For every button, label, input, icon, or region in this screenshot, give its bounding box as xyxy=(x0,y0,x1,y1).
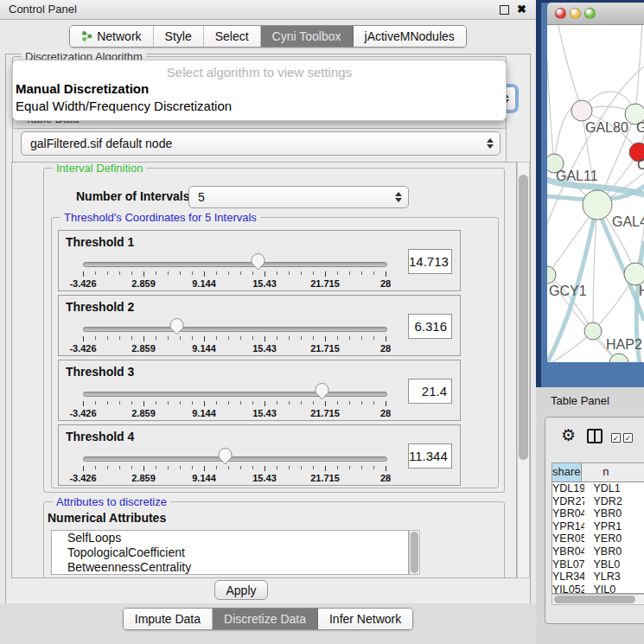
slider-tick xyxy=(131,466,132,469)
slider-tick xyxy=(204,466,205,471)
network-node-hap2[interactable] xyxy=(584,322,602,340)
columns-icon[interactable] xyxy=(587,429,603,443)
slider-track[interactable] xyxy=(83,327,387,332)
scrollbar-thumb[interactable] xyxy=(519,175,528,460)
slider-track[interactable] xyxy=(83,262,387,267)
slider-thumb[interactable] xyxy=(218,448,233,465)
threshold-value-field[interactable]: 21.4 xyxy=(408,379,452,404)
slider-track[interactable] xyxy=(83,392,387,397)
settings-scrollbar[interactable] xyxy=(517,162,530,578)
scrollbar-thumb[interactable] xyxy=(554,596,635,603)
table-row[interactable]: YBL079WYBL0 xyxy=(552,558,644,571)
slider-tick xyxy=(119,401,120,405)
column-header-shared-name[interactable]: shared… xyxy=(552,463,582,481)
table-row[interactable]: YBR043CYBR0 xyxy=(552,507,644,520)
numerical-attributes-list[interactable]: SelfLoopsTopologicalCoefficientBetweenne… xyxy=(51,530,409,575)
slider-thumb[interactable] xyxy=(169,318,184,335)
slider-tick xyxy=(228,401,229,405)
table-row[interactable]: YBR045CYBR0 xyxy=(552,545,644,558)
network-edge[interactable] xyxy=(635,25,642,114)
slider-tick xyxy=(277,336,277,340)
tab-label: Style xyxy=(165,29,192,43)
table-row[interactable]: YLR345WYLR3 xyxy=(552,571,644,583)
threshold-value-field[interactable]: 6.316 xyxy=(408,314,452,339)
float-window-icon[interactable] xyxy=(500,5,509,15)
attributes-scrollbar[interactable] xyxy=(409,530,420,575)
slider-tick xyxy=(373,271,374,275)
threshold-panel-3: Threshold 3-3.4262.8599.14415.4321.71528… xyxy=(58,360,461,421)
slider-tick xyxy=(301,401,302,405)
slider-tick xyxy=(83,271,84,277)
close-traffic-light-icon[interactable] xyxy=(555,8,566,19)
table-data-selected-value: galFiltered.sif default node xyxy=(30,137,172,150)
table-row[interactable]: YDR27…YDR2 xyxy=(552,495,644,508)
attribute-list-item[interactable]: SelfLoops xyxy=(52,531,408,545)
network-node-gal80[interactable] xyxy=(571,100,592,121)
tab-jactivemnodules[interactable]: jActiveMNodules xyxy=(354,26,466,47)
slider-tick xyxy=(216,336,217,340)
slider-tick xyxy=(156,271,156,275)
slider-tick xyxy=(337,336,338,340)
minimize-traffic-light-icon[interactable] xyxy=(570,8,581,19)
network-canvas[interactable]: GAL80GCGAL11GAL4GCY1HHAP2 xyxy=(547,25,644,362)
cell-shared-name: YLR345W xyxy=(552,571,584,583)
tab-label: Select xyxy=(215,29,249,43)
tab-discretize-data[interactable]: Discretize Data xyxy=(213,609,318,629)
slider-tick xyxy=(252,336,253,340)
threshold-value-field[interactable]: 14.713 xyxy=(408,249,452,274)
table-data-group: Table Data galFiltered.sif default node xyxy=(12,118,507,164)
network-edge[interactable] xyxy=(547,60,554,163)
slider-tick xyxy=(131,336,132,340)
tab-infer-network[interactable]: Infer Network xyxy=(318,609,412,629)
slider-tick xyxy=(156,466,156,469)
checkbox-icon[interactable]: ✓ xyxy=(611,433,621,443)
thresholds-group: Threshold's Coordinates for 5 Intervals … xyxy=(51,217,499,488)
gear-icon[interactable]: ⚙ xyxy=(561,426,576,445)
tab-cyni-toolbox[interactable]: Cyni Toolbox xyxy=(261,26,354,47)
network-node-h[interactable] xyxy=(624,263,644,285)
tick-label: 2.859 xyxy=(131,473,156,483)
slider-tick xyxy=(373,401,374,405)
number-of-intervals-combobox[interactable]: 5 xyxy=(188,186,409,208)
node-label: HAP2 xyxy=(606,337,642,352)
network-node-gal4[interactable] xyxy=(583,190,612,220)
slider-tick xyxy=(313,336,314,340)
slider-tick xyxy=(313,271,314,275)
control-panel-titlebar: Control Panel ✖ xyxy=(0,0,536,20)
network-window-titlebar[interactable] xyxy=(547,3,644,25)
column-header-name[interactable]: n xyxy=(582,463,644,481)
dropdown-item-manual-discretization[interactable]: Manual Discretization xyxy=(13,80,506,98)
checkbox-icon[interactable]: ✓ xyxy=(623,433,633,443)
attribute-list-item[interactable]: BetweennessCentrality xyxy=(52,560,408,575)
tick-label: 28 xyxy=(380,278,391,289)
dropdown-item-equal-width-frequency-discretization[interactable]: Equal Width/Frequency Discretization xyxy=(13,98,506,115)
group-title: Attributes to discretize xyxy=(53,495,170,508)
table-row[interactable]: YDL19…YDL1 xyxy=(552,482,644,495)
tab-impute-data[interactable]: Impute Data xyxy=(124,609,213,629)
close-icon[interactable]: ✖ xyxy=(517,2,526,17)
cell-shared-name: YDR27… xyxy=(552,495,584,508)
slider-tick xyxy=(95,271,96,275)
threshold-value-field[interactable]: 11.344 xyxy=(408,443,452,469)
table-horizontal-scrollbar[interactable] xyxy=(552,594,644,605)
slider-track[interactable] xyxy=(83,456,387,462)
table-row[interactable]: YER054CYER0 xyxy=(552,532,644,545)
zoom-traffic-light-icon[interactable] xyxy=(584,8,596,19)
network-edge[interactable] xyxy=(558,25,582,111)
slider-tick xyxy=(277,466,277,469)
tab-network[interactable]: Network xyxy=(70,26,153,47)
tick-label: 15.43 xyxy=(252,278,277,289)
slider-thumb[interactable] xyxy=(251,253,265,271)
tab-select[interactable]: Select xyxy=(204,26,261,47)
tick-label: 9.144 xyxy=(192,278,216,289)
threshold-label: Threshold 2 xyxy=(66,300,134,314)
table-data-combobox[interactable]: galFiltered.sif default node xyxy=(21,131,501,156)
slider-thumb[interactable] xyxy=(315,383,329,400)
attribute-list-item[interactable]: TopologicalCoefficient xyxy=(52,545,408,560)
slider-tick xyxy=(204,401,205,406)
table-row[interactable]: YPR145WYPR1 xyxy=(552,520,644,533)
table-row[interactable]: YIL052CYIL0 xyxy=(552,583,644,594)
apply-button[interactable]: Apply xyxy=(214,580,268,600)
tab-style[interactable]: Style xyxy=(154,26,204,47)
slider-tick xyxy=(265,466,265,471)
